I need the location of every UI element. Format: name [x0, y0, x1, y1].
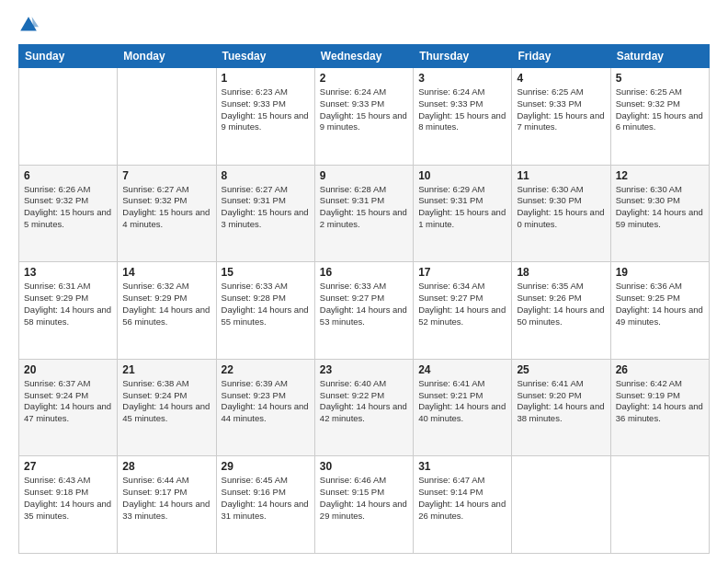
day-number: 5	[616, 72, 704, 85]
day-number: 26	[616, 363, 704, 376]
day-number: 10	[418, 169, 506, 182]
day-number: 2	[320, 72, 408, 85]
day-number: 11	[517, 169, 605, 182]
day-number: 16	[320, 266, 408, 279]
day-number: 27	[24, 460, 112, 473]
calendar-header-thursday: Thursday	[414, 45, 512, 68]
calendar-cell: 12Sunrise: 6:30 AM Sunset: 9:30 PM Dayli…	[610, 165, 709, 262]
day-number: 21	[122, 363, 210, 376]
day-info: Sunrise: 6:25 AM Sunset: 9:32 PM Dayligh…	[616, 86, 704, 133]
calendar-week-4: 20Sunrise: 6:37 AM Sunset: 9:24 PM Dayli…	[19, 359, 710, 456]
day-number: 3	[418, 72, 506, 85]
day-number: 24	[418, 363, 506, 376]
day-number: 29	[222, 460, 310, 473]
calendar-header-tuesday: Tuesday	[216, 45, 314, 68]
day-info: Sunrise: 6:27 AM Sunset: 9:32 PM Dayligh…	[122, 184, 210, 231]
day-number: 25	[517, 363, 605, 376]
calendar-cell	[512, 456, 610, 554]
logo-icon	[18, 15, 39, 35]
calendar-cell: 29Sunrise: 6:45 AM Sunset: 9:16 PM Dayli…	[216, 456, 314, 554]
day-info: Sunrise: 6:25 AM Sunset: 9:33 PM Dayligh…	[517, 86, 605, 133]
calendar-cell: 9Sunrise: 6:28 AM Sunset: 9:31 PM Daylig…	[314, 165, 413, 262]
calendar-cell: 18Sunrise: 6:35 AM Sunset: 9:26 PM Dayli…	[512, 262, 610, 360]
day-number: 14	[122, 266, 210, 279]
calendar-cell: 27Sunrise: 6:43 AM Sunset: 9:18 PM Dayli…	[19, 456, 118, 554]
calendar-cell: 26Sunrise: 6:42 AM Sunset: 9:19 PM Dayli…	[610, 359, 709, 456]
day-number: 9	[320, 169, 408, 182]
day-info: Sunrise: 6:33 AM Sunset: 9:27 PM Dayligh…	[320, 281, 408, 327]
calendar-cell: 5Sunrise: 6:25 AM Sunset: 9:32 PM Daylig…	[610, 68, 709, 166]
calendar-header-wednesday: Wednesday	[314, 45, 413, 68]
day-number: 19	[616, 266, 704, 279]
day-info: Sunrise: 6:30 AM Sunset: 9:30 PM Dayligh…	[517, 184, 605, 231]
day-info: Sunrise: 6:30 AM Sunset: 9:30 PM Dayligh…	[616, 184, 704, 231]
day-number: 28	[122, 460, 210, 473]
calendar-week-1: 1Sunrise: 6:23 AM Sunset: 9:33 PM Daylig…	[19, 68, 710, 166]
calendar-cell	[19, 68, 118, 166]
day-info: Sunrise: 6:26 AM Sunset: 9:32 PM Dayligh…	[24, 184, 112, 231]
page: SundayMondayTuesdayWednesdayThursdayFrid…	[0, 0, 728, 563]
calendar-cell: 22Sunrise: 6:39 AM Sunset: 9:23 PM Dayli…	[216, 359, 314, 456]
calendar-cell: 8Sunrise: 6:27 AM Sunset: 9:31 PM Daylig…	[216, 165, 314, 262]
calendar-cell: 25Sunrise: 6:41 AM Sunset: 9:20 PM Dayli…	[512, 359, 610, 456]
day-info: Sunrise: 6:41 AM Sunset: 9:20 PM Dayligh…	[517, 378, 605, 425]
calendar-cell: 10Sunrise: 6:29 AM Sunset: 9:31 PM Dayli…	[414, 165, 512, 262]
calendar-cell: 16Sunrise: 6:33 AM Sunset: 9:27 PM Dayli…	[314, 262, 413, 360]
calendar-cell: 2Sunrise: 6:24 AM Sunset: 9:33 PM Daylig…	[314, 68, 413, 166]
day-number: 17	[418, 266, 506, 279]
calendar-cell: 30Sunrise: 6:46 AM Sunset: 9:15 PM Dayli…	[314, 456, 413, 554]
calendar-header-sunday: Sunday	[19, 45, 118, 68]
day-number: 13	[24, 266, 112, 279]
calendar-cell: 31Sunrise: 6:47 AM Sunset: 9:14 PM Dayli…	[414, 456, 512, 554]
calendar-cell: 19Sunrise: 6:36 AM Sunset: 9:25 PM Dayli…	[610, 262, 709, 360]
day-info: Sunrise: 6:24 AM Sunset: 9:33 PM Dayligh…	[320, 86, 408, 133]
day-info: Sunrise: 6:31 AM Sunset: 9:29 PM Dayligh…	[24, 281, 112, 327]
logo	[18, 17, 42, 35]
calendar-cell: 15Sunrise: 6:33 AM Sunset: 9:28 PM Dayli…	[216, 262, 314, 360]
calendar-cell: 14Sunrise: 6:32 AM Sunset: 9:29 PM Dayli…	[118, 262, 216, 360]
day-info: Sunrise: 6:38 AM Sunset: 9:24 PM Dayligh…	[122, 378, 210, 425]
calendar-header-row: SundayMondayTuesdayWednesdayThursdayFrid…	[19, 45, 710, 68]
day-info: Sunrise: 6:32 AM Sunset: 9:29 PM Dayligh…	[122, 281, 210, 327]
day-info: Sunrise: 6:35 AM Sunset: 9:26 PM Dayligh…	[517, 281, 605, 327]
day-number: 22	[222, 363, 310, 376]
day-info: Sunrise: 6:33 AM Sunset: 9:28 PM Dayligh…	[222, 281, 310, 327]
calendar-cell	[118, 68, 216, 166]
day-info: Sunrise: 6:39 AM Sunset: 9:23 PM Dayligh…	[222, 378, 310, 425]
day-info: Sunrise: 6:28 AM Sunset: 9:31 PM Dayligh…	[320, 184, 408, 231]
calendar-week-5: 27Sunrise: 6:43 AM Sunset: 9:18 PM Dayli…	[19, 456, 710, 554]
day-number: 18	[517, 266, 605, 279]
day-info: Sunrise: 6:43 AM Sunset: 9:18 PM Dayligh…	[24, 475, 112, 522]
day-info: Sunrise: 6:46 AM Sunset: 9:15 PM Dayligh…	[320, 475, 408, 522]
calendar-cell	[610, 456, 709, 554]
day-info: Sunrise: 6:24 AM Sunset: 9:33 PM Dayligh…	[418, 86, 506, 133]
calendar-week-3: 13Sunrise: 6:31 AM Sunset: 9:29 PM Dayli…	[19, 262, 710, 360]
day-info: Sunrise: 6:41 AM Sunset: 9:21 PM Dayligh…	[418, 378, 506, 425]
day-number: 31	[418, 460, 506, 473]
calendar-cell: 1Sunrise: 6:23 AM Sunset: 9:33 PM Daylig…	[216, 68, 314, 166]
day-number: 8	[222, 169, 310, 182]
calendar-cell: 13Sunrise: 6:31 AM Sunset: 9:29 PM Dayli…	[19, 262, 118, 360]
calendar-cell: 23Sunrise: 6:40 AM Sunset: 9:22 PM Dayli…	[314, 359, 413, 456]
calendar-header-monday: Monday	[118, 45, 216, 68]
day-info: Sunrise: 6:27 AM Sunset: 9:31 PM Dayligh…	[222, 184, 310, 231]
day-info: Sunrise: 6:34 AM Sunset: 9:27 PM Dayligh…	[418, 281, 506, 327]
day-info: Sunrise: 6:44 AM Sunset: 9:17 PM Dayligh…	[122, 475, 210, 522]
day-number: 15	[222, 266, 310, 279]
day-info: Sunrise: 6:29 AM Sunset: 9:31 PM Dayligh…	[418, 184, 506, 231]
day-number: 20	[24, 363, 112, 376]
calendar-week-2: 6Sunrise: 6:26 AM Sunset: 9:32 PM Daylig…	[19, 165, 710, 262]
day-info: Sunrise: 6:36 AM Sunset: 9:25 PM Dayligh…	[616, 281, 704, 327]
calendar-cell: 20Sunrise: 6:37 AM Sunset: 9:24 PM Dayli…	[19, 359, 118, 456]
day-info: Sunrise: 6:40 AM Sunset: 9:22 PM Dayligh…	[320, 378, 408, 425]
day-info: Sunrise: 6:42 AM Sunset: 9:19 PM Dayligh…	[616, 378, 704, 425]
calendar-header-saturday: Saturday	[610, 45, 709, 68]
day-info: Sunrise: 6:23 AM Sunset: 9:33 PM Dayligh…	[222, 86, 310, 133]
day-number: 4	[517, 72, 605, 85]
calendar-table: SundayMondayTuesdayWednesdayThursdayFrid…	[18, 44, 710, 554]
day-number: 7	[122, 169, 210, 182]
day-info: Sunrise: 6:45 AM Sunset: 9:16 PM Dayligh…	[222, 475, 310, 522]
calendar-cell: 21Sunrise: 6:38 AM Sunset: 9:24 PM Dayli…	[118, 359, 216, 456]
calendar-header-friday: Friday	[512, 45, 610, 68]
day-number: 12	[616, 169, 704, 182]
